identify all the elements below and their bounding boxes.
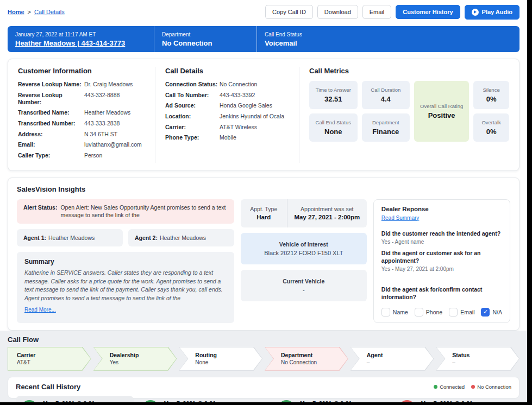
- email-button[interactable]: Email: [362, 5, 392, 19]
- name-checkbox[interactable]: [381, 308, 390, 317]
- agent-1-box: Agent 1:Heather Meadows: [17, 229, 123, 246]
- silence-metric: Silence0%: [473, 81, 509, 109]
- call-header-banner: January 27, 2022 at 11:17 AM ET Heather …: [8, 26, 520, 52]
- department-metric: DepartmentFinance: [362, 113, 410, 142]
- customer-information-section: Customer Information Reverse Lookup Name…: [8, 67, 155, 163]
- read-more-link[interactable]: Read More...: [24, 307, 56, 313]
- breadcrumb-separator: >: [28, 9, 31, 15]
- play-icon: [472, 9, 479, 16]
- inbound-call-icon: ↓: [21, 400, 37, 402]
- question-contact-info: Did the agent ask for/confirm contact in…: [381, 286, 502, 301]
- dealer-response-panel: Dealer Reponse Read Summary Did the cust…: [373, 199, 510, 323]
- info-row: Address:N 34 6TH ST: [18, 131, 145, 138]
- customer-history-button[interactable]: Customer History: [396, 5, 460, 19]
- checkbox-name[interactable]: Name: [381, 308, 408, 317]
- call-header-department-section: Department No Connection: [154, 26, 256, 52]
- call-end-status-value: Voicemail: [265, 39, 512, 47]
- info-row: Carrier:AT&T Wireless: [165, 124, 289, 131]
- history-item[interactable]: ↑ May 7, 2021 @ 2:21pmOutbound Call - Op…: [137, 396, 270, 402]
- outbound-call-icon: ↑: [142, 400, 159, 402]
- history-header: Recent Call History Connected No Connect…: [16, 383, 511, 391]
- insights-left-column: Alert Status: Open Alert: New Sales Oppo…: [17, 199, 234, 323]
- phone-checkbox[interactable]: [415, 308, 423, 317]
- alert-status-box: Alert Status: Open Alert: New Sales Oppo…: [17, 199, 234, 224]
- call-flow-step-routing: RoutingNone: [179, 347, 262, 371]
- dealer-response-title: Dealer Reponse: [381, 206, 502, 212]
- history-item[interactable]: ↓ May 7, 2021 @ 2:21pmInbound Call - Spo…: [393, 396, 511, 402]
- call-header-end-status-section: Call End Status Voicemail: [257, 26, 520, 52]
- alert-status-label: Alert Status:: [23, 204, 57, 219]
- call-flow-step-agent: Agent–: [351, 347, 434, 371]
- legend-no-connection: No Connection: [471, 384, 511, 390]
- history-item[interactable]: ↓ May 7, 2021 @ 2:21pmInbound Call - Spo…: [273, 396, 391, 402]
- caller-name-link[interactable]: Heather Meadows | 443-414-3773: [15, 39, 146, 47]
- call-datetime: January 27, 2022 at 11:17 AM ET: [15, 31, 146, 37]
- overall-call-rating-metric: Overall Call RatingPositive: [414, 81, 469, 142]
- email-checkbox[interactable]: [449, 308, 458, 317]
- agents-row: Agent 1:Heather Meadows Agent 2:Heather …: [17, 229, 234, 246]
- breadcrumb: Home > Call Details: [8, 9, 65, 15]
- info-row: Phone Type:Mobile: [165, 134, 289, 141]
- checkbox-email[interactable]: Email: [449, 308, 474, 317]
- summary-box: Summary Katherine in SERVICE answers. Ca…: [17, 252, 234, 323]
- contact-checkbox-row: Name Phone Email ✓N/A: [381, 308, 502, 317]
- info-row: Transcribed Number:443-333-2838: [18, 120, 145, 127]
- download-button[interactable]: Download: [317, 5, 358, 19]
- time-to-answer-metric: Time to Answer32.51: [309, 81, 358, 109]
- info-row: Location:Jenkins Hyundai of Ocala: [165, 113, 289, 120]
- appointment-type: Appt. Type Hard: [241, 199, 287, 227]
- info-row: Reverse Lookup Number:443-332-8888: [18, 92, 145, 106]
- info-row: Email:luviathanx@gmail.com: [18, 141, 145, 148]
- na-checkbox-checked[interactable]: ✓: [481, 308, 490, 317]
- summary-text: Katherine in SERVICE answers. Caller sta…: [24, 269, 227, 303]
- toolbar-buttons: Copy Call ID Download Email Customer His…: [265, 5, 520, 20]
- info-row: Connection Status:No Connection: [165, 81, 289, 88]
- info-row: Caller Type:Person: [18, 152, 145, 159]
- lower-section: Call Flow CarrierAT&T DealershipYes Rout…: [0, 331, 527, 402]
- answer-reach-agent: Yes - Agent name: [381, 239, 502, 245]
- summary-title: Summary: [24, 258, 227, 265]
- call-details-title: Call Details: [165, 67, 289, 75]
- department-value: No Connection: [162, 39, 249, 47]
- play-audio-button[interactable]: Play Audio: [465, 5, 520, 20]
- breadcrumb-current-link[interactable]: Call Details: [34, 9, 65, 15]
- agent-2-box: Agent 2:Heather Meadows: [128, 229, 234, 246]
- salesvision-insights-card: SalesVision Insights Alert Status: Open …: [8, 178, 520, 331]
- call-info-card: Customer Information Reverse Lookup Name…: [8, 59, 520, 171]
- department-label: Department: [162, 31, 249, 37]
- call-flow-step-department: DepartmentNo Connection: [265, 347, 348, 371]
- question-appointment: Did the agent or customer ask for an app…: [381, 250, 502, 264]
- alert-status-text: Open Alert: New Sales Opportunity Agent …: [60, 204, 227, 219]
- answer-appointment: Yes - May 27, 2021 at 2:00pm: [381, 266, 502, 272]
- insights-middle-column: Appt. Type Hard Appointment was set May …: [241, 199, 367, 323]
- checkbox-phone[interactable]: Phone: [415, 308, 442, 317]
- appointment-set: Appointment was set May 27, 2021 - 2:00p…: [287, 199, 367, 227]
- breadcrumb-home-link[interactable]: Home: [8, 9, 24, 15]
- copy-call-id-button[interactable]: Copy Call ID: [265, 5, 313, 19]
- connected-dot-icon: [434, 385, 437, 389]
- checkbox-na[interactable]: ✓N/A: [481, 308, 502, 317]
- topbar: Home > Call Details Copy Call ID Downloa…: [0, 0, 527, 24]
- info-row: Reverse Lookup Name:Dr. Craig Meadows: [18, 81, 145, 88]
- inbound-call-icon: ↓: [278, 400, 295, 402]
- call-metrics-title: Call Metrics: [309, 67, 509, 75]
- call-flow-title: Call Flow: [8, 336, 520, 344]
- call-flow-row: CarrierAT&T DealershipYes RoutingNone De…: [8, 347, 520, 371]
- history-item[interactable]: ↓ May 7, 2021 @ 2:21pmInbound Call - Spo…: [16, 396, 134, 402]
- overtalk-metric: Overtalk0%: [473, 113, 509, 142]
- current-vehicle-box: Current Vehicle -: [241, 270, 367, 301]
- call-details-page: Home > Call Details Copy Call ID Downloa…: [0, 0, 527, 402]
- insights-grid: Alert Status: Open Alert: New Sales Oppo…: [17, 199, 510, 323]
- customer-information-title: Customer Information: [18, 67, 145, 75]
- call-end-status-label: Call End Status: [265, 31, 512, 37]
- vehicle-of-interest-box: Vehicle of Interest Black 20212 FORD F15…: [241, 233, 367, 264]
- call-header-caller-section: January 27, 2022 at 11:17 AM ET Heather …: [8, 26, 154, 52]
- call-flow-step-status: Status–: [436, 347, 520, 371]
- call-end-status-metric: Call End StatusNone: [309, 113, 358, 142]
- info-row: Ad Source:Honda Google Sales: [165, 102, 289, 109]
- history-title: Recent Call History: [16, 383, 80, 391]
- read-summary-link[interactable]: Read Summary: [381, 215, 419, 221]
- insights-title: SalesVision Insights: [17, 185, 510, 193]
- call-flow-step-carrier: CarrierAT&T: [8, 347, 91, 371]
- call-metrics-section: Call Metrics Time to Answer32.51 Call Du…: [299, 67, 519, 163]
